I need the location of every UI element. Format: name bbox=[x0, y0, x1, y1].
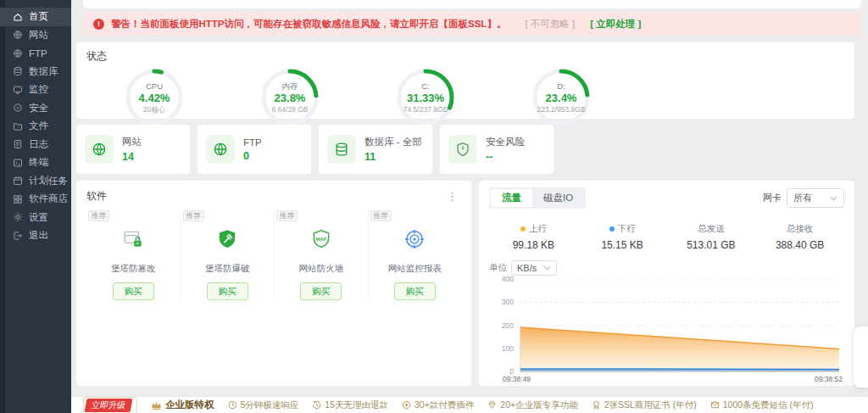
warning-action-link[interactable]: [ 立即处理 ] bbox=[590, 18, 641, 31]
buy-button[interactable]: 购买 bbox=[113, 282, 154, 300]
y-tick-label: 400 bbox=[502, 275, 514, 283]
gauge-subtext: 74.5/237.8GB bbox=[403, 105, 448, 114]
schedule-icon bbox=[13, 176, 23, 186]
database-icon bbox=[334, 142, 349, 157]
sidebar: 首页 网站 FTP 数据库 监控 安全 文件 日志 bbox=[0, 0, 71, 413]
monitor-report-icon bbox=[403, 228, 426, 250]
scrolled-card-edge bbox=[83, 0, 861, 8]
stat-label: 上行 bbox=[529, 223, 547, 235]
diamond-icon bbox=[487, 400, 497, 410]
sidebar-item-logout[interactable]: 退出 bbox=[0, 226, 71, 245]
gauge-value: 4.42% bbox=[139, 92, 170, 105]
gauge-name: C: bbox=[421, 81, 430, 92]
traffic-panel: 流量 磁盘IO 网卡 所有 上行 99.18 KB 下行 15.15 KB bbox=[479, 181, 854, 386]
feature-refund: 15天无理由退款 bbox=[312, 399, 388, 411]
clock-icon bbox=[228, 400, 237, 410]
gauge-subtext: 6.64/28 GB bbox=[271, 105, 308, 114]
feature-label: 2张SSL商用证书 (年付) bbox=[604, 399, 697, 411]
buy-button[interactable]: 购买 bbox=[394, 282, 436, 300]
database-icon bbox=[13, 66, 23, 76]
certificate-icon bbox=[592, 400, 601, 410]
warning-text: 警告！当前面板使用HTTP访问，可能存在被窃取敏感信息风险，请立即开启【面板SS… bbox=[111, 18, 506, 31]
card-label: FTP bbox=[243, 137, 262, 148]
stat-label: 总接收 bbox=[787, 223, 814, 235]
software-panel: 软件 ⋮ 推荐 堡塔防篡改 购买 推荐 堡塔防爆破 购买 推荐 WAF 网站防火… bbox=[76, 181, 471, 386]
sidebar-item-settings[interactable]: 设置 bbox=[0, 209, 71, 227]
mail-icon bbox=[710, 400, 720, 410]
shield-icon bbox=[455, 142, 470, 157]
globe-icon bbox=[213, 142, 228, 157]
ftp-count-card[interactable]: FTP 0 bbox=[198, 125, 311, 174]
buy-button[interactable]: 购买 bbox=[207, 282, 248, 300]
sidebar-item-monitor[interactable]: 监控 bbox=[0, 81, 71, 99]
y-axis-labels: 400 300 200 100 0 bbox=[489, 279, 520, 372]
gauge-name: 内存 bbox=[282, 81, 298, 92]
chevron-down-icon bbox=[543, 265, 551, 271]
traffic-chart: 400 300 200 100 0 bbox=[489, 279, 844, 372]
enterprise-privilege-link[interactable]: 企业版特权 bbox=[151, 399, 214, 411]
sidebar-item-logs[interactable]: 日志 bbox=[0, 136, 71, 154]
gauge-value: 23.8% bbox=[275, 92, 306, 105]
feature-label: 30+款付费插件 bbox=[415, 399, 474, 411]
card-value: 0 bbox=[243, 150, 262, 162]
shield-check-icon bbox=[13, 103, 23, 113]
x-tick-start: 09:38:49 bbox=[503, 375, 531, 383]
stat-total-received: 总接收 388.40 GB bbox=[755, 223, 844, 251]
recommend-badge: 推荐 bbox=[370, 210, 392, 221]
stat-value: 513.01 GB bbox=[687, 239, 735, 251]
sidebar-item-ftp[interactable]: FTP bbox=[0, 44, 71, 63]
feature-enterprise-functions: 20+企业版专享功能 bbox=[487, 399, 577, 411]
sidebar-item-cron[interactable]: 计划任务 bbox=[0, 172, 71, 191]
downstream-dot bbox=[609, 226, 615, 232]
buy-button[interactable]: 购买 bbox=[300, 282, 342, 300]
stat-value: 15.15 KB bbox=[601, 239, 643, 251]
stat-upstream: 上行 99.18 KB bbox=[489, 223, 578, 251]
y-tick-label: 200 bbox=[502, 321, 514, 330]
traffic-chart-svg bbox=[520, 279, 839, 372]
sidebar-item-files[interactable]: 文件 bbox=[0, 117, 71, 136]
software-item-waf: 推荐 WAF 网站防火墙 购买 bbox=[274, 210, 368, 300]
database-count-card[interactable]: 数据库 - 全部 11 bbox=[319, 125, 432, 174]
more-icon[interactable]: ⋮ bbox=[443, 190, 461, 203]
software-item-name: 网站防火墙 bbox=[299, 263, 344, 275]
sidebar-item-label: 退出 bbox=[29, 229, 48, 242]
ssl-warning-banner: ! 警告！当前面板使用HTTP访问，可能存在被窃取敏感信息风险，请立即开启【面板… bbox=[83, 12, 861, 36]
side-float-widget[interactable] bbox=[854, 326, 868, 388]
globe-icon bbox=[13, 48, 23, 59]
stat-label: 总发送 bbox=[698, 223, 725, 235]
tab-disk-io[interactable]: 磁盘IO bbox=[532, 189, 584, 207]
sidebar-item-label: 设置 bbox=[29, 211, 48, 224]
globe-icon bbox=[92, 142, 107, 157]
sidebar-item-appstore[interactable]: 软件商店 bbox=[0, 190, 71, 209]
nic-select[interactable]: 所有 bbox=[787, 188, 844, 208]
sidebar-item-security[interactable]: 安全 bbox=[0, 99, 71, 118]
upgrade-button[interactable]: 立即升级 bbox=[83, 397, 137, 413]
x-tick-end: 09:38:52 bbox=[815, 375, 843, 383]
memory-gauge: 内存 23.8% 6.64/28 GB bbox=[222, 64, 358, 128]
sidebar-item-website[interactable]: 网站 bbox=[0, 26, 71, 45]
chevron-down-icon bbox=[830, 196, 837, 201]
feature-response: 5分钟极速响应 bbox=[228, 399, 299, 411]
folder-icon bbox=[13, 121, 23, 131]
unit-select[interactable]: KB/s bbox=[511, 260, 557, 276]
sidebar-item-terminal[interactable]: 终端 bbox=[0, 153, 71, 172]
software-item-name: 网站监控报表 bbox=[388, 263, 442, 275]
sidebar-item-label: 软件商店 bbox=[29, 193, 68, 205]
tab-traffic[interactable]: 流量 bbox=[491, 189, 532, 207]
stat-value: 388.40 GB bbox=[776, 239, 824, 251]
feature-plugins: 30+款付费插件 bbox=[402, 399, 474, 411]
sidebar-item-home[interactable]: 首页 bbox=[0, 8, 71, 26]
sidebar-item-database[interactable]: 数据库 bbox=[0, 63, 71, 81]
logout-icon bbox=[13, 231, 23, 241]
upgrade-footer: 立即升级 企业版特权 5分钟极速响应 15天无理由退款 30+款付费插件 20+… bbox=[71, 396, 868, 413]
website-count-card[interactable]: 网站 14 bbox=[76, 125, 190, 174]
software-item-anti-bruteforce: 推荐 堡塔防爆破 购买 bbox=[181, 210, 275, 300]
security-risk-card[interactable]: 安全风险 -- bbox=[440, 125, 554, 174]
y-tick-label: 100 bbox=[502, 344, 514, 353]
warning-ignore-link[interactable]: [ 不可忽略 ] bbox=[525, 18, 575, 31]
disk-c-gauge: C: 31.33% 74.5/237.8GB bbox=[358, 64, 493, 128]
card-value: 14 bbox=[122, 151, 142, 163]
stat-label: 下行 bbox=[618, 223, 636, 235]
sidebar-menu: 首页 网站 FTP 数据库 监控 安全 文件 日志 bbox=[0, 0, 71, 245]
disk-d-gauge: D: 23.4% 223.2/953.9GB bbox=[493, 64, 629, 128]
